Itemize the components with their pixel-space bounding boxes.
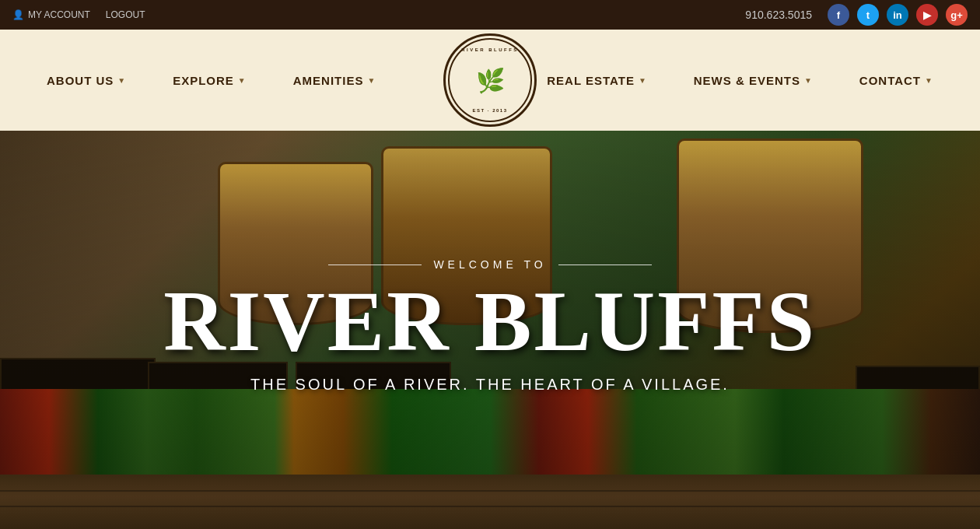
linkedin-icon[interactable]: in bbox=[887, 4, 908, 26]
amenities-chevron: ▼ bbox=[367, 76, 376, 85]
about-us-chevron: ▼ bbox=[117, 76, 126, 85]
top-bar-right: 910.623.5015 f t in ▶ g+ bbox=[745, 4, 968, 26]
hero-title: RIVER BLUFFS bbox=[140, 279, 840, 364]
logout-link[interactable]: LOGOUT bbox=[106, 9, 145, 20]
nav-item-real-estate[interactable]: REAL ESTATE ▼ bbox=[535, 66, 659, 95]
twitter-icon[interactable]: t bbox=[857, 4, 879, 26]
news-events-label: NEWS & EVENTS bbox=[694, 74, 800, 87]
real-estate-chevron: ▼ bbox=[639, 76, 647, 85]
logo-container[interactable]: RIVER BLUFFS 🌿 EST · 2013 bbox=[443, 33, 537, 127]
logo-bottom-text: EST · 2013 bbox=[472, 108, 507, 113]
contact-label: CONTACT bbox=[859, 74, 921, 87]
contact-chevron: ▼ bbox=[925, 76, 933, 85]
explore-label: EXPLORE bbox=[173, 74, 234, 87]
account-label: MY ACCOUNT bbox=[28, 9, 90, 20]
nav-item-amenities[interactable]: AMENITIES ▼ bbox=[282, 66, 388, 95]
top-bar-left: 👤 MY ACCOUNT LOGOUT bbox=[12, 9, 145, 20]
logo-tree-icon: 🌿 bbox=[476, 67, 505, 94]
nav-item-news-events[interactable]: NEWS & EVENTS ▼ bbox=[682, 66, 824, 95]
logo-circle: RIVER BLUFFS 🌿 EST · 2013 bbox=[443, 33, 537, 127]
logout-label: LOGOUT bbox=[106, 9, 145, 20]
hero-content: WELCOME TO RIVER BLUFFS THE SOUL OF A RI… bbox=[140, 258, 840, 401]
phone-number: 910.623.5015 bbox=[745, 9, 812, 21]
welcome-line-bar-left bbox=[328, 264, 422, 265]
news-events-chevron: ▼ bbox=[804, 76, 813, 85]
amenities-label: AMENITIES bbox=[293, 74, 364, 87]
hero-section: WELCOME TO RIVER BLUFFS THE SOUL OF A RI… bbox=[0, 131, 980, 529]
hero-subtitle: THE SOUL OF A RIVER. THE HEART OF A VILL… bbox=[250, 376, 730, 394]
account-icon: 👤 bbox=[12, 9, 24, 20]
explore-chevron: ▼ bbox=[238, 76, 247, 85]
nav-item-explore[interactable]: EXPLORE ▼ bbox=[161, 66, 258, 95]
logo-top-text: RIVER BLUFFS bbox=[461, 47, 519, 52]
welcome-to-text: WELCOME TO bbox=[433, 258, 546, 271]
facebook-icon[interactable]: f bbox=[828, 4, 849, 26]
googleplus-icon[interactable]: g+ bbox=[946, 4, 968, 26]
welcome-line: WELCOME TO bbox=[140, 258, 840, 271]
real-estate-label: REAL ESTATE bbox=[547, 74, 635, 87]
hero-subtitle-line: THE SOUL OF A RIVER. THE HEART OF A VILL… bbox=[140, 376, 840, 394]
nav-item-contact[interactable]: CONTACT ▼ bbox=[848, 66, 945, 95]
top-bar: 👤 MY ACCOUNT LOGOUT 910.623.5015 f t in … bbox=[0, 0, 980, 30]
about-us-label: ABOUT US bbox=[47, 74, 114, 87]
nav-bar: ABOUT US ▼ EXPLORE ▼ AMENITIES ▼ REAL ES… bbox=[0, 30, 980, 131]
account-link[interactable]: 👤 MY ACCOUNT bbox=[12, 9, 90, 20]
youtube-icon[interactable]: ▶ bbox=[916, 4, 938, 26]
welcome-line-bar-right bbox=[558, 264, 652, 265]
nav-item-about-us[interactable]: ABOUT US ▼ bbox=[35, 66, 138, 95]
logo-inner-circle: RIVER BLUFFS 🌿 EST · 2013 bbox=[448, 38, 532, 122]
